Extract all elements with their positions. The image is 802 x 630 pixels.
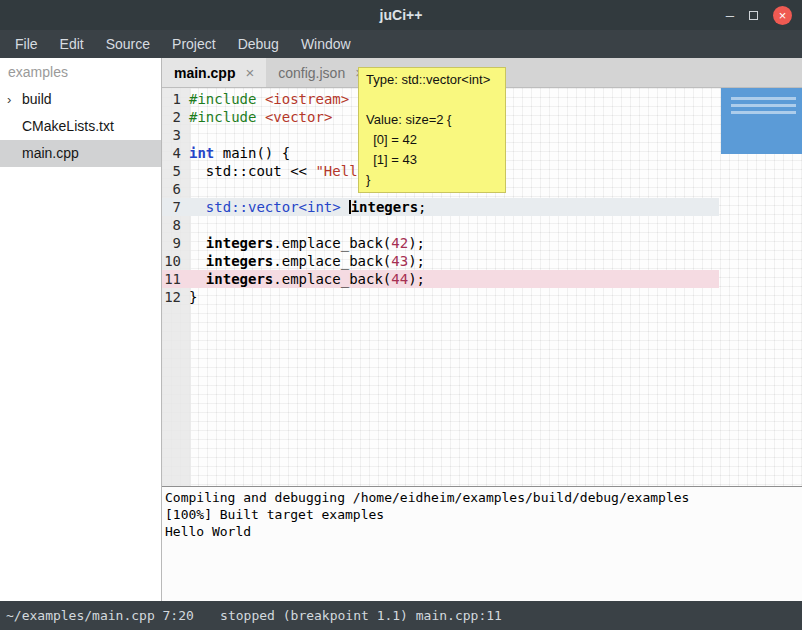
- expander-icon[interactable]: ›: [7, 86, 11, 113]
- output-console: Compiling and debugging /home/eidheim/ex…: [162, 486, 802, 601]
- editor-line[interactable]: 10 integers.emplace_back(43);: [162, 252, 719, 270]
- jucipp-window: juCi++ – × FileEditSourceProjectDebugWin…: [0, 0, 802, 630]
- maximize-icon: [749, 11, 758, 20]
- code-text[interactable]: integers.emplace_back(44);: [186, 270, 719, 288]
- code-text[interactable]: [186, 216, 719, 234]
- editor-line[interactable]: 12}: [162, 288, 719, 306]
- sidebar-item-label: CMakeLists.txt: [22, 118, 114, 134]
- status-debug-state: stopped (breakpoint 1.1) main.cpp:11: [100, 608, 622, 623]
- sidebar-item-cmakelists-txt[interactable]: CMakeLists.txt: [0, 113, 161, 140]
- overview-code-mark: [731, 97, 796, 100]
- window-title: juCi++: [0, 7, 802, 23]
- file-tree-root-label: examples: [0, 58, 161, 86]
- menu-file[interactable]: File: [4, 30, 49, 58]
- line-number[interactable]: 8: [162, 216, 186, 234]
- tab-close-icon[interactable]: ×: [245, 64, 254, 81]
- window-controls: – ×: [726, 0, 792, 30]
- tooltip-line: }: [366, 170, 498, 190]
- menu-edit[interactable]: Edit: [49, 30, 95, 58]
- file-tree-items: ›buildCMakeLists.txtmain.cpp: [0, 86, 161, 167]
- editor-line[interactable]: 7 std::vector<int> integers;: [162, 198, 719, 216]
- sidebar-item-label: build: [22, 91, 52, 107]
- line-number[interactable]: 6: [162, 180, 186, 198]
- menubar: FileEditSourceProjectDebugWindow: [0, 30, 802, 58]
- line-number[interactable]: 11: [162, 270, 186, 288]
- editor-line[interactable]: 9 integers.emplace_back(42);: [162, 234, 719, 252]
- code-text[interactable]: std::vector<int> integers;: [186, 198, 719, 216]
- line-number[interactable]: 7: [162, 198, 186, 216]
- overview-code-mark: [731, 111, 796, 114]
- code-text[interactable]: }: [186, 288, 719, 306]
- debug-value-tooltip: Type: std::vector<int> Value: size=2 { […: [358, 67, 506, 193]
- line-number[interactable]: 12: [162, 288, 186, 306]
- line-number[interactable]: 1: [162, 90, 186, 108]
- sidebar-item-build[interactable]: ›build: [0, 86, 161, 113]
- sidebar-item-main-cpp[interactable]: main.cpp: [0, 140, 161, 167]
- menu-debug[interactable]: Debug: [227, 30, 290, 58]
- sidebar-item-label: main.cpp: [22, 145, 79, 161]
- code-text[interactable]: integers.emplace_back(42);: [186, 234, 719, 252]
- tab-main-cpp[interactable]: main.cpp×: [162, 58, 266, 87]
- line-number[interactable]: 10: [162, 252, 186, 270]
- line-number[interactable]: 4: [162, 144, 186, 162]
- tab-label: main.cpp: [174, 65, 235, 81]
- code-text[interactable]: integers.emplace_back(43);: [186, 252, 719, 270]
- tab-label: config.json: [278, 65, 345, 81]
- tooltip-line: [366, 90, 498, 110]
- tooltip-line: Value: size=2 {: [366, 110, 498, 130]
- line-number[interactable]: 2: [162, 108, 186, 126]
- scrollbar-overview[interactable]: [719, 88, 802, 486]
- menu-window[interactable]: Window: [290, 30, 362, 58]
- close-button[interactable]: ×: [773, 6, 792, 25]
- maximize-button[interactable]: [749, 6, 758, 24]
- tooltip-line: [1] = 43: [366, 150, 498, 170]
- editor-line[interactable]: 8: [162, 216, 719, 234]
- line-number[interactable]: 9: [162, 234, 186, 252]
- tooltip-line: [0] = 42: [366, 130, 498, 150]
- file-tree: examples ›buildCMakeLists.txtmain.cpp: [0, 58, 162, 601]
- minimize-button[interactable]: –: [726, 10, 734, 20]
- menu-project[interactable]: Project: [161, 30, 227, 58]
- titlebar: juCi++ – ×: [0, 0, 802, 30]
- menu-source[interactable]: Source: [95, 30, 161, 58]
- status-bar: ~/examples/main.cpp 7:20 stopped (breakp…: [0, 601, 802, 630]
- tooltip-line: Type: std::vector<int>: [366, 70, 498, 90]
- editor-line[interactable]: 11 integers.emplace_back(44);: [162, 270, 719, 288]
- line-number[interactable]: 5: [162, 162, 186, 180]
- overview-thumb[interactable]: [721, 88, 802, 154]
- line-number[interactable]: 3: [162, 126, 186, 144]
- overview-code-mark: [731, 104, 796, 107]
